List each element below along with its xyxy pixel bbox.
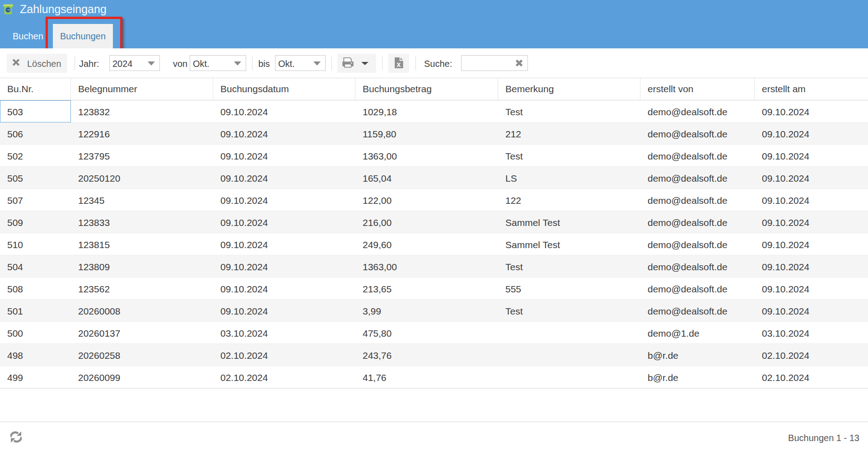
svg-text:x: x	[397, 60, 401, 68]
